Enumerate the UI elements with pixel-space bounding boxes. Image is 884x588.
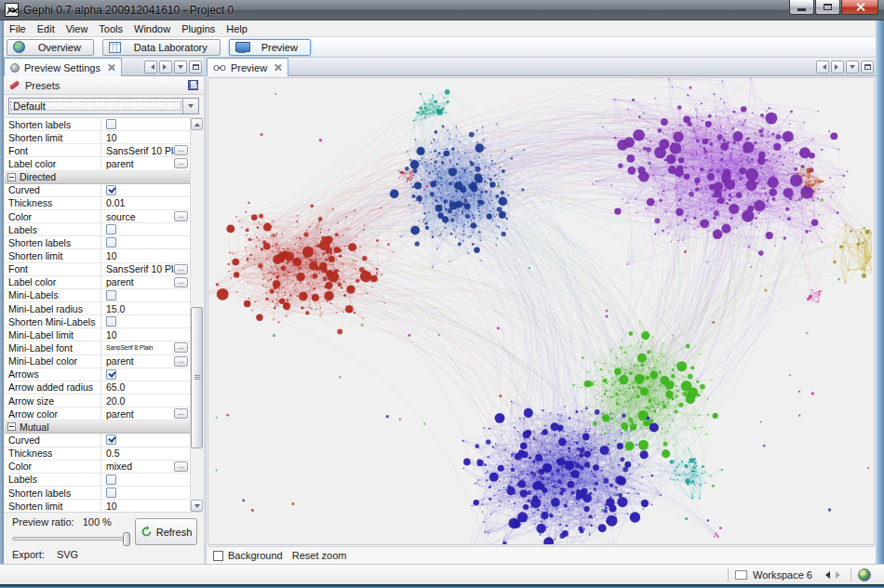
setting-value[interactable]: SansSerif 10 Plain... <box>101 263 190 275</box>
minimize-button[interactable] <box>789 0 814 15</box>
setting-value[interactable] <box>101 315 190 327</box>
collapse-icon[interactable] <box>7 173 16 181</box>
setting-value[interactable] <box>101 118 190 130</box>
setting-text-value[interactable]: source <box>106 211 136 222</box>
ellipsis-button[interactable]: ... <box>174 461 188 472</box>
setting-value[interactable]: 15.0 <box>101 302 190 314</box>
menu-plugins[interactable]: Plugins <box>176 22 221 35</box>
setting-value[interactable] <box>101 223 190 235</box>
setting-value[interactable]: 10 <box>101 131 190 143</box>
setting-text-value[interactable]: 20.0 <box>106 395 125 407</box>
menu-help[interactable]: Help <box>221 22 253 35</box>
preset-dropdown-arrow[interactable] <box>182 99 198 114</box>
menu-tools[interactable]: Tools <box>93 22 128 35</box>
setting-value[interactable]: 10 <box>101 500 190 512</box>
setting-value[interactable] <box>101 434 190 446</box>
setting-text-value[interactable]: 15.0 <box>106 303 125 314</box>
scroll-tabs-right-button[interactable] <box>159 60 172 74</box>
setting-value[interactable]: parent... <box>101 355 190 368</box>
reset-zoom-button[interactable]: Reset zoom <box>292 550 347 561</box>
menu-view[interactable]: View <box>60 22 94 35</box>
setting-checkbox[interactable] <box>106 237 116 247</box>
setting-text-value[interactable]: 10 <box>106 329 117 341</box>
menu-file[interactable]: File <box>4 22 32 35</box>
setting-value[interactable]: parent... <box>101 157 190 169</box>
maximize-panel-button[interactable] <box>189 60 202 74</box>
setting-text-value[interactable]: parent <box>106 276 134 287</box>
setting-text-value[interactable]: SansSerif 8 Plain <box>106 344 153 351</box>
setting-value[interactable] <box>101 368 190 381</box>
setting-text-value[interactable]: parent <box>106 408 134 420</box>
setting-text-value[interactable]: parent <box>106 355 134 367</box>
slider-thumb[interactable] <box>123 532 130 546</box>
setting-text-value[interactable]: mixed <box>106 461 132 472</box>
setting-value[interactable] <box>101 487 190 499</box>
setting-value[interactable]: SansSerif 10 Plain... <box>101 144 190 156</box>
tab-preview-settings[interactable]: Preview Settings <box>4 58 122 76</box>
setting-value[interactable]: 10 <box>101 249 190 261</box>
ellipsis-button[interactable]: ... <box>174 158 188 168</box>
export-line[interactable]: Export: SVG <box>12 549 78 560</box>
setting-text-value[interactable]: 0.01 <box>106 197 125 208</box>
tab-list-dropdown-button[interactable] <box>846 60 859 74</box>
setting-value[interactable]: 20.0 <box>101 394 190 407</box>
ellipsis-button[interactable]: ... <box>174 145 188 155</box>
ellipsis-button[interactable]: ... <box>174 277 188 287</box>
menu-edit[interactable]: Edit <box>32 22 60 35</box>
tab-list-dropdown-button[interactable] <box>174 60 187 74</box>
data-laboratory-button[interactable]: Data Laboratory <box>102 39 221 56</box>
next-workspace-button[interactable] <box>836 571 844 579</box>
setting-text-value[interactable]: 10 <box>106 501 117 512</box>
setting-value[interactable] <box>101 289 190 301</box>
globe-sync-icon[interactable] <box>858 568 871 581</box>
graph-viewport[interactable] <box>208 77 875 545</box>
setting-text-value[interactable]: 10 <box>106 250 117 261</box>
ellipsis-button[interactable]: ... <box>174 264 188 274</box>
preview-button[interactable]: Preview <box>229 39 311 56</box>
setting-value[interactable]: 0.5 <box>101 448 190 460</box>
setting-checkbox[interactable] <box>106 474 116 485</box>
collapse-icon[interactable] <box>7 422 16 431</box>
previous-workspace-button[interactable] <box>822 571 830 579</box>
setting-value[interactable]: 10 <box>101 328 190 341</box>
close-button[interactable] <box>841 0 878 15</box>
setting-value[interactable] <box>101 184 190 196</box>
scrollbar-thumb[interactable] <box>191 307 203 448</box>
overview-button[interactable]: Overview <box>7 39 94 56</box>
setting-text-value[interactable]: 10 <box>106 132 117 143</box>
preview-ratio-slider[interactable] <box>12 537 129 541</box>
setting-text-value[interactable]: parent <box>106 158 134 169</box>
setting-checkbox[interactable] <box>106 290 116 301</box>
title-bar[interactable]: Gephi 0.7 alpha 200912041610 - Project 0 <box>0 0 884 20</box>
tab-close-icon[interactable] <box>107 63 115 72</box>
scroll-down-button[interactable] <box>191 500 203 512</box>
setting-text-value[interactable]: 65.0 <box>106 381 125 393</box>
setting-value[interactable]: 0.01 <box>101 197 190 209</box>
setting-checkbox[interactable] <box>106 185 116 195</box>
ellipsis-button[interactable]: ... <box>174 408 188 419</box>
settings-scrollbar[interactable] <box>190 118 203 512</box>
refresh-button[interactable]: Refresh <box>135 518 197 545</box>
scroll-tabs-right-button[interactable] <box>831 60 844 74</box>
setting-checkbox[interactable] <box>106 488 116 498</box>
preview-graph-canvas[interactable] <box>208 78 872 545</box>
setting-value[interactable]: mixed... <box>101 461 190 473</box>
setting-checkbox[interactable] <box>106 316 116 327</box>
scroll-tabs-left-button[interactable] <box>816 60 829 74</box>
tab-preview[interactable]: Preview <box>207 58 288 76</box>
setting-value[interactable]: 65.0 <box>101 381 190 394</box>
setting-value[interactable] <box>101 474 190 486</box>
setting-value[interactable]: source... <box>101 210 190 222</box>
setting-checkbox[interactable] <box>106 434 116 445</box>
scroll-tabs-left-button[interactable] <box>144 60 157 74</box>
menu-window[interactable]: Window <box>128 22 176 35</box>
setting-checkbox[interactable] <box>106 369 116 380</box>
setting-value[interactable]: parent... <box>101 276 190 288</box>
maximize-panel-button[interactable] <box>861 60 874 74</box>
floppy-save-icon[interactable] <box>188 80 198 90</box>
setting-text-value[interactable]: 0.5 <box>106 448 120 459</box>
background-checkbox[interactable] <box>213 551 223 561</box>
scroll-up-button[interactable] <box>191 118 203 130</box>
setting-value[interactable]: parent... <box>101 408 190 420</box>
setting-value[interactable] <box>101 236 190 248</box>
